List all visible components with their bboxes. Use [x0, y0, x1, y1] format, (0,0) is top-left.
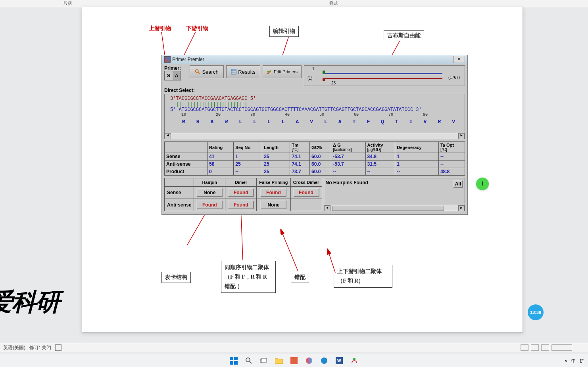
svg-point-27 [353, 358, 355, 360]
sequence-panel: 3'TACGCGCGTACCGAAGATGAGGAGC 5' |||||||||… [164, 94, 465, 139]
table-header: Length [262, 142, 290, 153]
start-icon[interactable] [229, 356, 238, 365]
position-bottom: 25 [331, 81, 336, 85]
a-toggle[interactable]: A [173, 71, 181, 80]
struct-row: SenseNoneFoundFoundFound [165, 187, 322, 199]
view-mode-print-icon[interactable] [531, 344, 539, 351]
status-track-changes[interactable]: 修订: 关闭 [29, 344, 51, 351]
search-icon [195, 69, 200, 75]
svg-line-9 [198, 72, 200, 74]
table-row[interactable]: Product0--2573.760.0------48.8 [165, 168, 465, 176]
table-row[interactable]: Sense4112574.160.0-53.734.81-- [165, 153, 465, 161]
row-label: Product [165, 168, 208, 176]
struct-cell: None [194, 187, 225, 199]
document-page: 上游引物 下游引物 编辑引物 吉布斯自由能 发卡结构 同顺序引物二聚体（F 和 … [82, 7, 523, 333]
cursor-badge: I [476, 178, 489, 190]
table-header: Ta Opt[°C] [438, 142, 465, 153]
struct-cell: Found [225, 199, 257, 211]
sa-toggle-group: S A [164, 71, 181, 80]
scrollbar-thumb[interactable] [332, 206, 444, 211]
ruler-tick: 80 [423, 113, 428, 117]
scroll-right-icon[interactable]: ► [458, 205, 465, 211]
close-button[interactable]: ✕ [453, 56, 465, 63]
annotation-false-priming: 错配 [291, 272, 309, 283]
struct-header: Cross Dimer [290, 178, 322, 187]
table-row[interactable]: Anti-sense58252574.160.0-53.731.51-- [165, 161, 465, 168]
svg-point-8 [196, 70, 198, 73]
view-mode-web-icon[interactable] [541, 344, 549, 351]
table-cell: 58 [207, 161, 233, 168]
svg-rect-15 [234, 357, 238, 360]
svg-rect-14 [230, 357, 233, 360]
table-header: Δ G[kcals/mol] [331, 142, 365, 153]
chevron-up-icon[interactable]: ᴧ [565, 358, 567, 363]
sequence-3prime: 3'TACGCGCGTACCGAAGATGAGGAGC 5' [165, 96, 465, 101]
ime-mode[interactable]: 拼 [580, 358, 584, 364]
found-button[interactable]: Found [196, 201, 223, 209]
found-button[interactable]: Found [228, 201, 254, 209]
window-titlebar[interactable]: Primer Premier ✕ [162, 55, 467, 64]
table-header: Seq No [234, 142, 262, 153]
structure-scrollbar[interactable]: ◄ ► [324, 205, 465, 211]
table-cell: 25 [262, 161, 290, 168]
view-mode-read-icon[interactable] [521, 344, 528, 351]
scroll-right-icon[interactable]: ► [458, 133, 465, 139]
app-icon-1[interactable] [289, 356, 299, 365]
ribbon-group-styles: 样式 [329, 1, 338, 6]
table-cell: 48.8 [438, 168, 465, 176]
search-taskbar-icon[interactable] [244, 356, 254, 365]
sequence-ruler: 1020304050607080 [181, 113, 465, 117]
struct-header [165, 178, 194, 187]
table-cell: 60.0 [310, 153, 331, 161]
position-map[interactable]: 1 (1) (1767) 25 [304, 65, 465, 86]
sense-tick [323, 71, 325, 74]
all-button[interactable]: All [453, 180, 463, 188]
found-button[interactable]: Found [260, 188, 286, 197]
struct-cell: Found [194, 199, 225, 211]
scroll-left-icon[interactable]: ◄ [324, 205, 331, 211]
table-cell: 1 [234, 153, 262, 161]
annotation-dimer: 同顺序引物二聚体（F 和 F，R 和 R 错配 ） [221, 261, 276, 293]
ruler-tick: 40 [285, 113, 290, 117]
ruler-tick: 20 [216, 113, 221, 117]
results-icon [231, 69, 236, 75]
position-start-top: 1 [312, 67, 315, 71]
primer-premier-window: Primer Premier ✕ Primer: S A Searc [161, 55, 468, 215]
app-icon-3[interactable] [350, 356, 359, 365]
table-cell: 0 [207, 168, 233, 176]
status-language[interactable]: 英语(美国) [3, 344, 25, 351]
row-label: Anti-sense [165, 161, 208, 168]
explorer-icon[interactable] [274, 356, 284, 365]
ruler-tick: 30 [250, 113, 255, 117]
none-button[interactable]: None [260, 201, 286, 209]
table-cell: 41 [207, 153, 233, 161]
table-cell: 25 [262, 168, 290, 176]
sequence-5prime: 5' ATGCGCGCATGGCTTCTACTCCTCGCAGTGCTGGCGA… [165, 107, 465, 113]
status-icon[interactable] [55, 344, 61, 351]
zoom-slider[interactable] [551, 344, 572, 351]
windows-taskbar: W ᴧ 中 拼 [0, 354, 588, 367]
antisense-tick [323, 78, 325, 81]
s-toggle[interactable]: S [165, 71, 173, 80]
struct-cell: Found [225, 187, 257, 199]
ime-indicator[interactable]: 中 [571, 358, 576, 364]
found-button[interactable]: Found [293, 188, 319, 197]
found-button[interactable]: Found [228, 188, 254, 197]
ruler-tick: 50 [319, 113, 324, 117]
search-button[interactable]: Search [190, 65, 224, 78]
edge-icon[interactable] [319, 356, 329, 365]
sequence-scrollbar[interactable]: ◄ ► [165, 133, 465, 139]
task-view-icon[interactable] [259, 356, 269, 365]
table-cell: 25 [234, 161, 262, 168]
scroll-left-icon[interactable]: ◄ [165, 133, 171, 139]
word-icon[interactable]: W [334, 356, 344, 365]
results-button[interactable]: Results [226, 65, 260, 78]
primer-data-table: RatingSeq NoLengthTm[°C]GC%Δ G[kcals/mol… [164, 141, 465, 176]
app-icon-2[interactable] [304, 356, 314, 365]
table-cell: 25 [262, 153, 290, 161]
none-button[interactable]: None [196, 188, 223, 197]
table-header: Tm[°C] [290, 142, 310, 153]
edit-primers-button[interactable]: Edit Primers [263, 65, 302, 78]
table-cell: 60.0 [310, 168, 331, 176]
status-view-controls [521, 344, 588, 351]
